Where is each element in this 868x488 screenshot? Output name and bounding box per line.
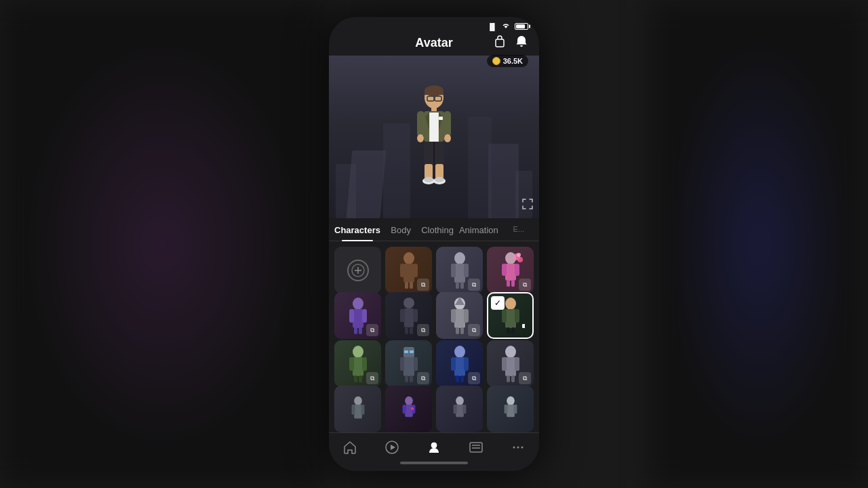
svg-rect-60 <box>405 327 408 334</box>
character-item[interactable] <box>487 386 534 432</box>
svg-rect-117 <box>504 405 507 413</box>
nav-play[interactable] <box>371 440 413 455</box>
svg-point-111 <box>456 396 464 405</box>
character-item[interactable]: ⧉ <box>334 340 381 387</box>
svg-rect-85 <box>403 357 414 376</box>
character-item[interactable]: ⧉ <box>334 292 381 339</box>
tab-clothing[interactable]: Clothing <box>418 218 456 241</box>
svg-point-56 <box>403 298 414 308</box>
character-item[interactable]: ⧉ <box>436 247 483 293</box>
tab-animation[interactable]: Animation <box>456 218 501 241</box>
character-item[interactable]: ⧉ <box>436 292 483 339</box>
svg-rect-72 <box>502 309 507 323</box>
character-item[interactable]: ⧉ <box>385 340 432 387</box>
copy-badge: ⧉ <box>468 324 480 336</box>
bell-icon[interactable] <box>515 35 528 52</box>
svg-rect-77 <box>353 357 363 376</box>
svg-rect-54 <box>354 327 357 334</box>
svg-marker-120 <box>391 445 395 450</box>
copy-badge: ⧉ <box>468 279 480 291</box>
svg-rect-99 <box>515 357 519 371</box>
svg-rect-34 <box>410 282 413 289</box>
bg-left <box>0 0 326 488</box>
expand-icon[interactable] <box>521 198 534 213</box>
tab-characters[interactable]: Characters <box>332 218 383 241</box>
character-item[interactable] <box>436 386 483 432</box>
svg-rect-91 <box>454 357 465 376</box>
svg-point-115 <box>507 396 515 405</box>
character-item[interactable]: ⧉ <box>487 340 534 387</box>
svg-rect-79 <box>362 357 367 371</box>
tab-more[interactable]: E... <box>501 218 536 241</box>
svg-point-90 <box>454 346 465 358</box>
svg-rect-112 <box>456 405 464 417</box>
svg-point-102 <box>354 396 362 405</box>
svg-rect-64 <box>454 309 465 328</box>
bottom-nav <box>329 432 539 458</box>
bg-right <box>651 0 868 488</box>
copy-badge: ⧉ <box>519 372 531 384</box>
svg-rect-93 <box>464 357 469 371</box>
svg-point-96 <box>505 346 516 358</box>
coin-icon <box>492 57 500 65</box>
svg-rect-42 <box>505 264 516 281</box>
svg-rect-49 <box>511 280 515 287</box>
character-item-selected[interactable]: ✓ <box>487 292 534 339</box>
page-title: Avatar <box>415 36 452 50</box>
svg-rect-39 <box>456 282 459 289</box>
character-grid: ⧉ ⧉ ⧉ ⧉ ⧉ ⧉ ✓ <box>329 241 539 432</box>
svg-point-76 <box>353 346 363 358</box>
svg-rect-55 <box>359 327 362 334</box>
currency-amount: 36.5K <box>503 57 523 65</box>
svg-rect-88 <box>405 375 408 382</box>
svg-point-128 <box>521 447 524 449</box>
svg-point-24 <box>424 177 433 182</box>
copy-badge: ⧉ <box>366 324 378 336</box>
svg-rect-15 <box>443 111 451 137</box>
character-item[interactable]: ⧉ <box>385 292 432 339</box>
svg-rect-61 <box>410 327 413 334</box>
svg-rect-87 <box>414 357 418 371</box>
svg-rect-48 <box>507 280 510 287</box>
svg-rect-80 <box>354 375 357 382</box>
svg-rect-52 <box>349 309 354 323</box>
add-character-button[interactable] <box>334 247 381 293</box>
svg-rect-21 <box>435 164 443 179</box>
svg-rect-113 <box>453 405 456 413</box>
svg-point-17 <box>444 134 451 142</box>
svg-point-126 <box>513 447 515 449</box>
svg-rect-13 <box>439 117 443 120</box>
svg-rect-30 <box>403 264 414 283</box>
nav-chat[interactable] <box>455 440 497 455</box>
add-icon <box>347 260 369 281</box>
svg-rect-94 <box>456 375 459 382</box>
character-item[interactable] <box>334 386 381 432</box>
nav-home[interactable] <box>329 440 371 455</box>
copy-badge: ⧉ <box>468 372 480 384</box>
svg-rect-66 <box>464 309 469 323</box>
svg-rect-12 <box>430 113 438 142</box>
character-item[interactable]: ⧉ <box>385 247 432 293</box>
svg-rect-83 <box>404 350 408 353</box>
svg-rect-37 <box>451 264 456 277</box>
character-item[interactable]: ⧉ <box>487 247 534 293</box>
nav-avatar[interactable] <box>413 440 455 455</box>
svg-rect-105 <box>361 405 364 415</box>
copy-badge: ⧉ <box>417 279 429 291</box>
svg-rect-73 <box>515 309 519 323</box>
tab-body[interactable]: Body <box>383 218 418 241</box>
nav-more[interactable] <box>497 440 539 455</box>
bag-icon[interactable] <box>493 35 507 52</box>
svg-rect-14 <box>417 111 425 137</box>
svg-rect-38 <box>464 264 469 277</box>
svg-point-110 <box>410 407 413 409</box>
svg-rect-100 <box>507 375 510 382</box>
svg-rect-43 <box>502 264 507 276</box>
character-item[interactable] <box>385 386 432 432</box>
svg-point-106 <box>405 396 413 405</box>
svg-rect-71 <box>522 324 525 328</box>
svg-rect-67 <box>456 327 459 334</box>
svg-point-50 <box>353 298 363 310</box>
character-item[interactable]: ⧉ <box>436 340 483 387</box>
svg-rect-36 <box>454 264 465 283</box>
